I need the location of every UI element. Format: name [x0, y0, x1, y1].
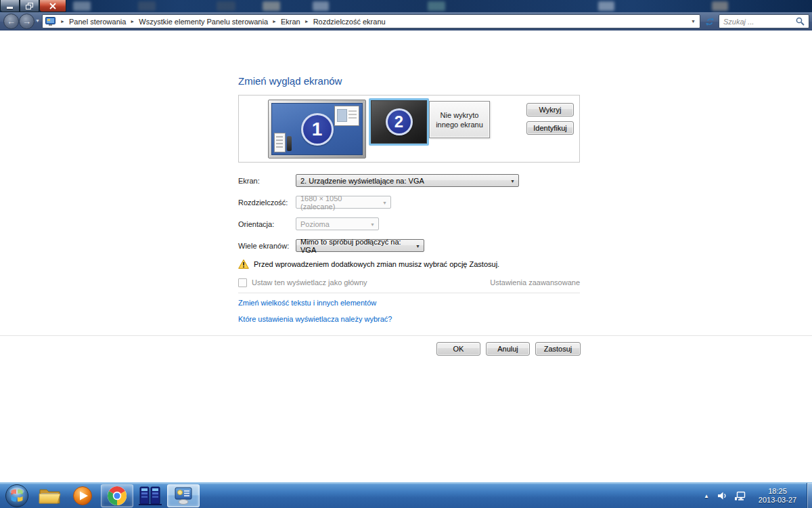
no-other-display-box: Nie wykryto innego ekranu: [429, 101, 490, 138]
windows-start-icon: [5, 484, 29, 508]
taskbar-towers-app-button[interactable]: [135, 484, 165, 507]
show-desktop-button[interactable]: [807, 483, 812, 508]
address-dropdown-icon[interactable]: ▼: [691, 19, 697, 24]
advanced-settings-link[interactable]: Ustawienia zaawansowane: [490, 278, 580, 287]
screen-dropdown-value: 2. Urządzenie wyświetlające na: VGA: [300, 177, 424, 185]
section-divider: [238, 293, 580, 293]
multiple-displays-dropdown[interactable]: Mimo to spróbuj podłączyć na: VGA ▼: [296, 239, 424, 252]
navigation-bar: ← → ▼ ► Panel sterowania ► Wszystkie ele…: [0, 12, 812, 30]
screen-dropdown[interactable]: 2. Urządzenie wyświetlające na: VGA ▼: [296, 174, 519, 187]
taskbar-explorer-button[interactable]: [35, 484, 65, 507]
desktop-icon-blur: [712, 1, 728, 11]
apply-button[interactable]: Zastosuj: [535, 342, 581, 356]
cancel-button[interactable]: Anuluj: [486, 342, 530, 356]
mini-widget-preview: [287, 136, 292, 151]
taskbar-media-player-button[interactable]: [68, 484, 97, 507]
search-placeholder: Szukaj ...: [723, 18, 796, 26]
mini-window-line: [348, 117, 357, 119]
show-hidden-icons-button[interactable]: ▲: [704, 493, 709, 499]
breadcrumb-separator-icon: ►: [269, 19, 279, 24]
breadcrumb-separator-icon: ►: [302, 19, 312, 24]
chevron-down-icon: ▼: [370, 222, 375, 227]
breadcrumb-control-panel[interactable]: Panel sterowania: [68, 18, 127, 26]
network-icon[interactable]: [734, 491, 746, 501]
mini-list-line: [276, 146, 283, 148]
desktop-icon-blur: [313, 1, 329, 11]
close-button[interactable]: [39, 0, 66, 12]
breadcrumb-screen-resolution[interactable]: Rozdzielczość ekranu: [312, 18, 387, 26]
monitor-2-selected[interactable]: 2: [369, 98, 429, 146]
screen-resolution-icon: [45, 17, 55, 26]
ok-button[interactable]: OK: [436, 342, 480, 356]
screen-label: Ekran:: [238, 177, 260, 185]
monitor-1[interactable]: 1: [268, 100, 366, 158]
warning-icon: [238, 259, 249, 269]
clock-date: 2013-03-27: [752, 496, 803, 505]
breadcrumb-display[interactable]: Ekran: [279, 18, 302, 26]
search-icon[interactable]: [796, 17, 805, 26]
chevron-down-icon: ▼: [382, 200, 387, 205]
multiple-displays-label: Wiele ekranów:: [238, 242, 289, 250]
monitor-2-screen: 2: [371, 100, 427, 144]
chevron-down-icon: ▼: [510, 179, 515, 184]
page-title: Zmień wygląd ekranów: [238, 75, 342, 87]
restore-button[interactable]: [20, 0, 39, 12]
desktop-icon-blur: [263, 1, 280, 11]
back-button[interactable]: ←: [3, 14, 19, 29]
resolution-label: Rozdzielczość:: [238, 198, 288, 207]
mini-window-pane: [337, 109, 347, 122]
make-primary-checkbox: [238, 278, 247, 287]
refresh-button[interactable]: [703, 14, 716, 28]
taskbar-chrome-button[interactable]: [101, 484, 133, 507]
orientation-label: Orientacja:: [238, 220, 274, 228]
page-content: Zmień wygląd ekranów 1: [0, 30, 812, 482]
mini-list-line: [276, 143, 283, 144]
tray-clock[interactable]: 18:25 2013-03-27: [752, 487, 803, 505]
minimize-button[interactable]: [0, 0, 20, 12]
desktop-icon-blur: [428, 1, 445, 11]
history-chevron-icon[interactable]: ▼: [35, 18, 40, 23]
volume-icon[interactable]: [717, 491, 727, 501]
monitor-preview-panel: 1 2 Nie wykryto innego ekranu Wykryj Ide…: [238, 95, 580, 163]
desktop-icon-blur: [217, 1, 235, 11]
detect-button[interactable]: Wykryj: [526, 103, 574, 117]
orientation-dropdown: Pozioma ▼: [296, 217, 379, 230]
chrome-icon: [107, 486, 127, 506]
close-icon: [49, 3, 56, 9]
mini-list-line: [276, 136, 283, 137]
mini-list-preview: [274, 133, 286, 152]
change-text-size-link[interactable]: Zmień wielkość tekstu i innych elementów: [238, 299, 376, 307]
minimize-icon: [7, 7, 13, 9]
desktop-icon-blur: [598, 1, 614, 11]
monitor-1-number: 1: [301, 113, 334, 146]
taskbar-screen-resolution-button[interactable]: [167, 484, 200, 507]
identify-button[interactable]: Identyfikuj: [526, 121, 574, 135]
system-tray: ▲ 18:25 2013-03-27: [704, 483, 812, 508]
restore-icon: [26, 3, 33, 9]
monitor-2-number: 2: [386, 108, 413, 135]
clock-time: 18:25: [752, 487, 803, 496]
breadcrumb-separator-icon: ►: [127, 19, 137, 24]
forward-button[interactable]: →: [19, 14, 35, 29]
multiple-displays-value: Mimo to spróbuj podłączyć na: VGA: [300, 238, 411, 254]
taskbar: ▲ 18:25 2013-03-27: [0, 482, 812, 508]
make-primary-label: Ustaw ten wyświetlacz jako główny: [252, 278, 367, 287]
breadcrumb-all-items[interactable]: Wszystkie elementy Panelu sterowania: [137, 18, 269, 26]
search-input[interactable]: Szukaj ...: [719, 14, 809, 28]
back-arrow-icon: ←: [7, 16, 16, 26]
mini-list-line: [276, 140, 283, 141]
which-settings-link[interactable]: Które ustawienia wyświetlacza należy wyb…: [238, 315, 392, 323]
resolution-dropdown: 1680 × 1050 (zalecane) ▼: [296, 196, 391, 209]
forward-arrow-icon: →: [22, 16, 31, 26]
mini-window-line: [348, 110, 357, 112]
start-button[interactable]: [2, 484, 32, 507]
address-bar[interactable]: ► Panel sterowania ► Wszystkie elementy …: [42, 14, 700, 28]
footer-divider: [0, 335, 812, 336]
orientation-dropdown-value: Pozioma: [300, 220, 330, 228]
desktop-icon-blur: [73, 1, 91, 11]
desktop-icon-blur: [138, 1, 156, 11]
blue-towers-icon: [138, 486, 162, 506]
chevron-down-icon: ▼: [415, 244, 420, 249]
media-player-icon: [72, 485, 93, 507]
warning-row: Przed wprowadzeniem dodatkowych zmian mu…: [238, 259, 499, 269]
